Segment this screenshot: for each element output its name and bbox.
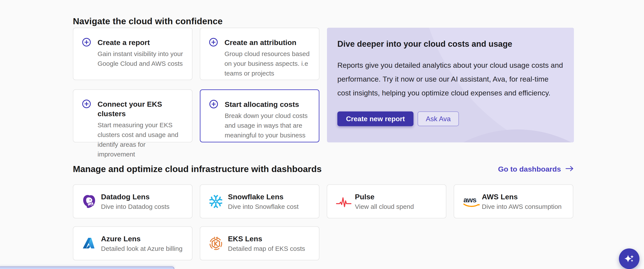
card-description: Dive into Datadog costs	[101, 203, 170, 210]
plus-circle-icon	[82, 38, 91, 68]
promo-title: Dive deeper into your cloud costs and us…	[337, 39, 564, 49]
card-description: Detailed map of EKS costs	[228, 245, 305, 252]
snowflake-lens-card[interactable]: Snowflake Lens Dive into Snowflake cost	[200, 184, 320, 218]
connect-eks-clusters-card[interactable]: Connect your EKS clusters Start measurin…	[73, 89, 192, 142]
page-root: { "colors": { "page_background": "#fafaf…	[0, 0, 644, 269]
card-title: EKS Lens	[228, 234, 305, 243]
card-title: Snowflake Lens	[228, 193, 299, 201]
snowflake-icon	[209, 194, 228, 208]
card-title: Connect your EKS clusters	[98, 99, 185, 118]
plus-circle-icon	[209, 38, 218, 78]
eks-icon	[209, 236, 228, 250]
ai-assistant-fab[interactable]	[619, 248, 640, 269]
card-description: Group cloud resources based on your busi…	[224, 49, 312, 78]
card-title: Pulse	[355, 193, 414, 201]
card-description: Break down your cloud costs and usage in…	[225, 111, 312, 140]
horizontal-scrollbar[interactable]	[0, 266, 174, 269]
card-title: Start allocating costs	[225, 100, 312, 109]
ask-ava-button[interactable]: Ask Ava	[418, 111, 459, 126]
arrow-right-icon	[565, 165, 574, 173]
pulse-icon	[336, 195, 355, 207]
go-to-dashboards-link[interactable]: Go to dashboards	[498, 165, 574, 173]
aws-lens-card[interactable]: aws AWS Lens Dive into AWS consumption	[454, 184, 573, 218]
azure-lens-card[interactable]: Azure Lens Detailed look at Azure billin…	[73, 226, 192, 260]
datadog-icon	[82, 194, 101, 209]
pulse-card[interactable]: Pulse View all cloud spend	[327, 184, 446, 218]
create-attribution-card[interactable]: Create an attribution Group cloud resour…	[200, 28, 320, 80]
card-title: Azure Lens	[101, 234, 182, 243]
promo-panel: Dive deeper into your cloud costs and us…	[327, 28, 574, 142]
card-title: AWS Lens	[482, 193, 562, 201]
go-to-dashboards-label: Go to dashboards	[498, 165, 561, 173]
section-heading-navigate: Navigate the cloud with confidence	[73, 16, 223, 27]
eks-lens-card[interactable]: EKS Lens Detailed map of EKS costs	[200, 226, 320, 260]
card-description: View all cloud spend	[355, 203, 414, 210]
card-title: Datadog Lens	[101, 193, 170, 201]
card-description: Dive into AWS consumption	[482, 203, 562, 210]
aws-icon: aws	[463, 196, 482, 207]
card-description: Dive into Snowflake cost	[228, 203, 299, 210]
datadog-lens-card[interactable]: Datadog Lens Dive into Datadog costs	[73, 184, 192, 218]
plus-circle-icon	[82, 99, 91, 159]
section-heading-dashboards: Manage and optimize cloud infrastructure…	[73, 164, 322, 174]
sparkles-icon	[624, 252, 635, 265]
card-description: Detailed look at Azure billing	[101, 245, 182, 252]
create-new-report-button[interactable]: Create new report	[337, 111, 414, 126]
card-title: Create a report	[98, 38, 185, 47]
start-allocating-costs-card[interactable]: Start allocating costs Break down your c…	[200, 89, 320, 142]
card-description: Start measuring your EKS clusters cost a…	[98, 120, 185, 159]
svg-text:aws: aws	[464, 196, 476, 204]
card-description: Gain instant visibility into your Google…	[98, 49, 185, 68]
card-title: Create an attribution	[224, 38, 312, 47]
azure-icon	[82, 237, 101, 250]
plus-circle-icon	[209, 100, 218, 140]
promo-body: Reports give you detailed analytics abou…	[337, 58, 564, 100]
create-report-card[interactable]: Create a report Gain instant visibility …	[73, 28, 192, 80]
